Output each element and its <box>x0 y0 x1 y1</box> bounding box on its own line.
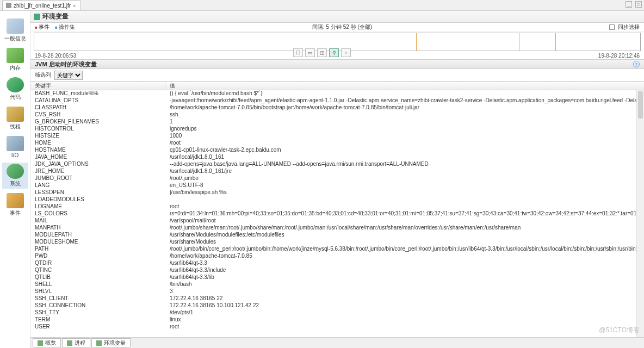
table-row[interactable]: JRE_HOME/usr/local/jdk1.8.0_161/jre <box>30 168 644 175</box>
sidebar-icon <box>7 164 24 179</box>
cell-value: rs=0:di=01;34:ln=01;36:mh=00:pi=40;33:so… <box>165 210 644 217</box>
table-row[interactable]: TERMlinux <box>30 316 644 324</box>
cell-key: JRE_HOME <box>30 168 165 175</box>
table-row[interactable]: JDK_JAVA_OPTIONS--add-opens=java.base/ja… <box>30 161 644 168</box>
mode-btn[interactable]: ☐ <box>293 48 303 57</box>
cell-value: root <box>165 324 644 331</box>
scrollbar-thumb[interactable] <box>638 91 643 119</box>
table-row[interactable]: PWD/home/work/apache-tomcat-7.0.85 <box>30 253 644 260</box>
table-row[interactable]: HISTCONTROLignoredups <box>30 126 644 133</box>
table-row[interactable]: LS_COLORSrs=0:di=01;34:ln=01;36:mh=00:pi… <box>30 210 644 217</box>
table-row[interactable]: MAIL/var/spool/mail/root <box>30 217 644 225</box>
mode-btn[interactable]: ◫ <box>317 48 327 57</box>
table-row[interactable]: MODULESHOME/usr/share/Modules <box>30 239 644 246</box>
table-row[interactable]: CVS_RSHssh <box>30 111 644 119</box>
timeline-mark <box>519 33 519 51</box>
table-row[interactable]: JAVA_HOME/usr/local/jdk1.8.0_161 <box>30 154 644 161</box>
table-row[interactable]: MANPATH/root/.jumbo/share/man:/root/.jum… <box>30 225 644 232</box>
sidebar-icon <box>7 193 24 208</box>
table-row[interactable]: QTINC/usr/lib64/qt-3.3/include <box>30 267 644 274</box>
mode-btn[interactable]: ○ <box>341 48 351 57</box>
opset-toggle[interactable]: 操作集 <box>55 23 75 31</box>
file-tab[interactable]: zhibi_jfr_online_test1.jfr × <box>2 1 81 10</box>
ts-start: 19-8-28 20:06:53 <box>35 53 76 59</box>
sidebar-item-code[interactable]: 代码 <box>2 76 28 102</box>
maximize-button[interactable]: □ <box>635 1 642 8</box>
table-row[interactable]: SHLVL3 <box>30 288 644 295</box>
table-row[interactable]: HOSTNAMEcp01-cp01-linux-crawler-task-2.e… <box>30 147 644 154</box>
cell-key: TERM <box>30 316 165 324</box>
cell-key: JUMBO_ROOT <box>30 175 165 182</box>
sync-checkbox[interactable] <box>609 24 615 30</box>
events-toggle[interactable]: 事件 <box>35 23 49 31</box>
table-row[interactable]: SSH_CONNECTION172.22.4.16 38165 10.100.1… <box>30 302 644 309</box>
section-title: JVM 启动时的环境变量 <box>35 60 97 69</box>
mode-btn[interactable]: ▭ <box>305 48 315 57</box>
table-row[interactable]: SSH_TTY/dev/pts/1 <box>30 309 644 316</box>
cell-key: BASH_FUNC_module%% <box>30 90 165 97</box>
help-icon[interactable]: ? <box>633 61 640 67</box>
tab-icon <box>96 340 102 346</box>
cell-value: /root/.jumbo/bin/core_perl:/root/.jumbo/… <box>165 246 644 253</box>
sidebar-item-io[interactable]: I/O <box>2 135 28 159</box>
table-row[interactable]: QTLIB/usr/lib64/qt-3.3/lib <box>30 274 644 281</box>
table-row[interactable]: QTDIR/usr/lib64/qt-3.3 <box>30 260 644 267</box>
cell-value: /home/work/apache-tomcat-7.0.85/bin/boot… <box>165 104 644 111</box>
table-row[interactable]: LANGen_US.UTF-8 <box>30 182 644 189</box>
tab-icon <box>38 340 43 346</box>
table-row[interactable]: USERroot <box>30 324 644 331</box>
table-row[interactable]: PATH/root/.jumbo/bin/core_perl:/root/.ju… <box>30 246 644 253</box>
grid-body[interactable]: BASH_FUNC_module%%() { eval `/usr/bin/mo… <box>30 90 644 337</box>
table-row[interactable]: LOADEDMODULES <box>30 196 644 203</box>
table-row[interactable]: HOME/root <box>30 140 644 147</box>
table-row[interactable]: HISTSIZE1000 <box>30 133 644 140</box>
table-row[interactable]: CLASSPATH/home/work/apache-tomcat-7.0.85… <box>30 104 644 111</box>
sidebar-item-threads[interactable]: 线程 <box>2 105 28 132</box>
mode-btn[interactable]: ⚲ <box>329 48 339 57</box>
cell-value: 1000 <box>165 133 644 140</box>
sidebar-item-general[interactable]: 一般信息 <box>2 17 28 44</box>
cell-key: HOME <box>30 140 165 147</box>
table-row[interactable]: SHELL/bin/bash <box>30 281 644 288</box>
cell-key: JDK_JAVA_OPTIONS <box>30 161 165 168</box>
cell-value: en_US.UTF-8 <box>165 182 644 189</box>
file-tab-label: zhibi_jfr_online_test1.jfr <box>14 3 71 9</box>
cell-key: QTINC <box>30 267 165 274</box>
sidebar-item-label: 内存 <box>10 64 21 72</box>
col-value[interactable]: 值 <box>165 82 644 90</box>
btab-process[interactable]: 进程 <box>62 338 90 347</box>
sidebar-item-system[interactable]: 系统 <box>2 163 28 189</box>
btab-overview[interactable]: 概览 <box>33 338 61 347</box>
btab-label: 概览 <box>45 339 56 347</box>
table-row[interactable]: LOGNAMEroot <box>30 203 644 210</box>
sync-label: 同步选择 <box>618 23 640 31</box>
cell-key: MANPATH <box>30 225 165 232</box>
close-icon[interactable]: × <box>73 3 77 8</box>
table-row[interactable]: MODULEPATH/usr/share/Modules/modulefiles… <box>30 232 644 239</box>
table-row[interactable]: LESSOPEN|/usr/bin/lesspipe.sh %s <box>30 189 644 196</box>
table-row[interactable]: CATALINA_OPTS-javaagent:/home/work/zhibi… <box>30 97 644 104</box>
cell-value: --add-opens=java.base/java.lang=ALL-UNNA… <box>165 161 644 168</box>
sidebar-icon <box>7 107 24 122</box>
timeline-toolbar: 事件 操作集 间隔: 5 分钟 52 秒 (全部) 同步选择 <box>30 23 644 32</box>
cell-key: PWD <box>30 253 165 260</box>
table-row[interactable]: SSH_CLIENT172.22.4.16 38165 22 <box>30 295 644 302</box>
sidebar-icon <box>7 77 24 92</box>
cell-value: /usr/lib64/qt-3.3 <box>165 260 644 267</box>
cell-key: G_BROKEN_FILENAMES <box>30 119 165 126</box>
col-key[interactable]: 关键字 <box>30 82 165 90</box>
minimize-button[interactable]: _ <box>626 1 632 8</box>
table-row[interactable]: G_BROKEN_FILENAMES1 <box>30 119 644 126</box>
btab-env[interactable]: 环境变量 <box>91 338 131 347</box>
cell-key: HOSTNAME <box>30 147 165 154</box>
table-row[interactable]: BASH_FUNC_module%%() { eval `/usr/bin/mo… <box>30 90 644 97</box>
scrollbar[interactable] <box>636 90 644 337</box>
sidebar-item-events[interactable]: 事件 <box>2 192 28 218</box>
filter-column-select[interactable]: 关键字 <box>54 71 83 80</box>
timeline-modes: ☐ ▭ ◫ ⚲ ○ <box>293 48 351 57</box>
grid-header: 关键字 值 <box>30 81 644 90</box>
table-row[interactable]: JUMBO_ROOT/root/.jumbo <box>30 175 644 182</box>
cell-key: QTDIR <box>30 260 165 267</box>
sidebar-item-memory[interactable]: 内存 <box>2 47 28 73</box>
tab-icon <box>67 340 72 346</box>
